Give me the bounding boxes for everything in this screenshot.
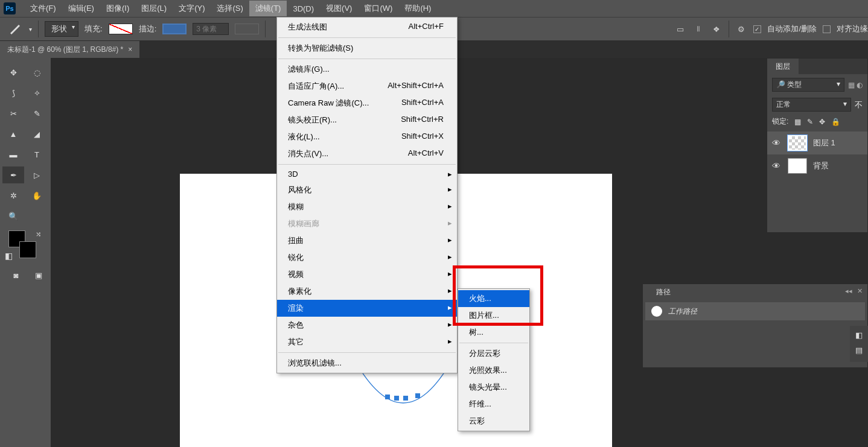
menu-image[interactable]: 图像(I) [100,1,135,16]
layer-row-1[interactable]: 👁 图层 1 [767,132,867,154]
auto-add-checkbox[interactable] [753,25,761,33]
swap-colors-icon[interactable]: ⤭ [36,230,41,238]
path-name[interactable]: 工作路径 [668,306,697,317]
menu-help[interactable]: 帮助(H) [398,1,437,16]
close-panel-icon[interactable]: ✕ [857,287,863,300]
fill-swatch[interactable] [109,24,133,34]
marquee-tool[interactable]: ◌ [26,64,48,81]
visibility-icon[interactable]: 👁 [772,161,782,171]
background-color[interactable] [19,241,36,258]
filter-gallery[interactable]: 滤镜库(G)... [277,61,457,78]
magic-wand-tool[interactable]: ✧ [26,84,48,101]
lock-move-icon[interactable]: ✥ [819,118,825,126]
stroke-swatch[interactable] [162,24,187,34]
filter-last[interactable]: 生成法线图Alt+Ctrl+F [277,19,457,36]
filter-blur[interactable]: 模糊 [277,198,457,215]
menu-file[interactable]: 文件(F) [24,1,62,16]
filter-render[interactable]: 渲染 [277,300,457,317]
menu-type[interactable]: 文字(Y) [173,1,211,16]
menu-view[interactable]: 视图(V) [320,1,358,16]
default-colors-icon[interactable]: ◧ [5,251,13,261]
blend-mode-dropdown[interactable]: 正常▾ [772,98,851,112]
anchor-point[interactable] [385,395,390,399]
path-ops-icon[interactable]: ▭ [674,23,686,35]
arrange-icon[interactable]: ❖ [710,23,723,35]
render-clouds[interactable]: 云彩 [458,413,529,430]
filter-adaptive[interactable]: 自适应广角(A)...Alt+Shift+Ctrl+A [277,78,457,95]
tool-mode-dropdown[interactable]: 形状 [45,21,78,37]
screenmode-tool[interactable]: ▣ [28,267,48,284]
lock-brush-icon[interactable]: ✎ [807,118,813,126]
path-select-tool[interactable]: ▷ [26,166,48,183]
filter-pixelate[interactable]: 像素化 [277,283,457,300]
collapse-icon[interactable]: ◂◂ [845,287,852,300]
crop-tool[interactable]: ✂ [2,105,24,122]
render-lensflare[interactable]: 镜头光晕... [458,379,529,396]
render-lighting[interactable]: 光照效果... [458,362,529,379]
brush-tool[interactable]: ▲ [2,125,24,142]
quickmask-tool[interactable]: ◙ [6,267,26,284]
pen-tool[interactable]: ✒ [2,166,24,183]
align-edges-checkbox[interactable] [823,25,831,33]
paths-tab[interactable]: 路径 [648,284,679,300]
filter-smart[interactable]: 转换为智能滤镜(S) [277,40,457,57]
eraser-tool[interactable]: ▬ [2,146,24,163]
path-row[interactable]: 工作路径 [645,302,865,320]
lock-pixels-icon[interactable]: ▦ [794,118,801,126]
align-icon[interactable]: ⫴ [692,23,704,35]
clone-tool[interactable]: ◢ [26,125,48,142]
layers-panel: 图层 🔎 类型▾ ▦ ◐ 正常▾ 不 锁定: ▦ ✎ ✥ 🔒 👁 图层 1 👁 … [767,58,868,233]
filter-distort[interactable]: 扭曲 [277,232,457,249]
layer-name[interactable]: 背景 [813,160,829,171]
layer-thumbnail[interactable] [788,158,807,174]
menu-filter[interactable]: 滤镜(T) [249,1,287,16]
render-frame[interactable]: 图片框... [458,307,529,324]
dock-icon[interactable]: ▤ [855,346,863,355]
dock-icon[interactable]: ◧ [855,331,863,340]
anchor-point[interactable] [394,396,399,401]
move-tool[interactable]: ✥ [2,64,24,81]
stroke-width-input[interactable] [193,23,229,35]
filter-browse[interactable]: 浏览联机滤镜... [277,355,457,372]
shape-tool[interactable]: ✲ [2,187,24,204]
anchor-point[interactable] [415,393,420,398]
render-fibers[interactable]: 纤维... [458,396,529,413]
menu-window[interactable]: 窗口(W) [358,1,398,16]
render-clouds-diff[interactable]: 分层云彩 [458,345,529,362]
menu-edit[interactable]: 编辑(E) [62,1,100,16]
anchor-point[interactable] [403,396,408,401]
menu-layer[interactable]: 图层(L) [135,1,173,16]
menu-3d[interactable]: 3D(D) [287,2,320,16]
color-swatches[interactable]: ⤭ ◧ [2,230,48,261]
eyedropper-tool[interactable]: ✎ [26,105,48,122]
lock-all-icon[interactable]: 🔒 [831,118,840,126]
filter-stylize[interactable]: 风格化 [277,182,457,198]
filter-video[interactable]: 视频 [277,266,457,283]
zoom-tool[interactable]: 🔍 [2,208,24,224]
filter-noise[interactable]: 杂色 [277,317,457,334]
layers-tab[interactable]: 图层 [767,59,799,74]
layer-row-bg[interactable]: 👁 背景 [767,154,867,177]
render-flame[interactable]: 火焰... [458,290,529,307]
filter-vanish[interactable]: 消失点(V)...Alt+Ctrl+V [277,145,457,162]
render-tree[interactable]: 树... [458,324,529,341]
menu-select[interactable]: 选择(S) [211,1,249,16]
side-dock: ◧ ▤ [850,326,868,362]
filter-3d[interactable]: 3D [277,166,457,182]
filter-icons[interactable]: ▦ ◐ [848,81,863,89]
filter-sharpen[interactable]: 锐化 [277,249,457,266]
type-tool[interactable]: T [26,146,48,163]
filter-liquify[interactable]: 液化(L)...Shift+Ctrl+X [277,128,457,145]
visibility-icon[interactable]: 👁 [772,138,782,148]
document-tab[interactable]: 未标题-1 @ 60% (图层 1, RGB/8#) * × [0,41,139,58]
layer-name[interactable]: 图层 1 [813,138,835,148]
layer-thumbnail[interactable] [788,135,807,151]
filter-lens[interactable]: 镜头校正(R)...Shift+Ctrl+R [277,112,457,128]
close-tab-icon[interactable]: × [128,45,132,54]
filter-raw[interactable]: Camera Raw 滤镜(C)...Shift+Ctrl+A [277,95,457,112]
filter-other[interactable]: 其它 [277,334,457,350]
gear-icon[interactable]: ⚙ [735,23,747,35]
layer-filter-dropdown[interactable]: 🔎 类型▾ [772,78,844,92]
lasso-tool[interactable]: ⟆ [2,84,24,101]
hand-tool[interactable]: ✋ [26,187,48,204]
